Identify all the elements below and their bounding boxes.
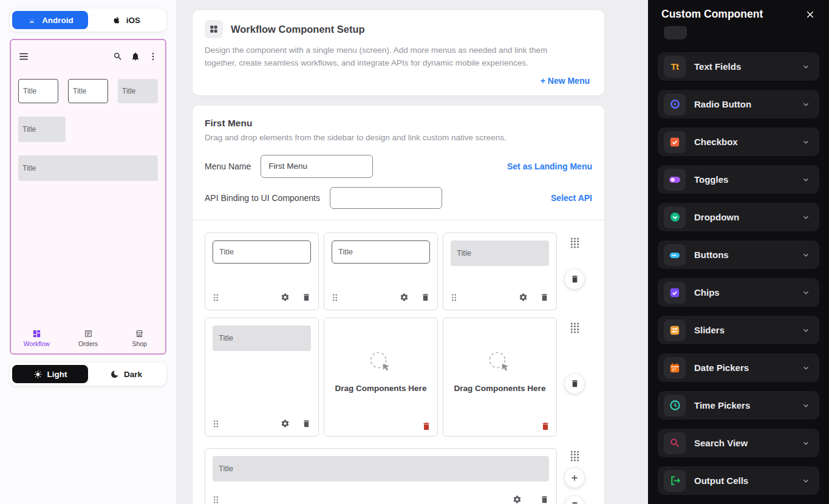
chevron-down-icon[interactable]	[801, 288, 811, 298]
setup-card: Workflow Component Setup Design the comp…	[193, 10, 604, 95]
chevron-down-icon[interactable]	[801, 137, 811, 147]
title-field[interactable]: Title	[213, 325, 311, 351]
preview-title-field: Title	[18, 79, 58, 103]
button-icon	[664, 244, 686, 266]
sidebar-item-text-fields[interactable]: Tt Text Fields	[658, 52, 819, 81]
sidebar-item-search-view[interactable]: Search View	[658, 429, 819, 457]
title-field[interactable]: Title	[213, 456, 549, 482]
set-landing-menu-button[interactable]: Set as Landing Menu	[507, 162, 592, 171]
settings-button[interactable]	[400, 293, 409, 302]
drag-handle-icon[interactable]	[451, 293, 457, 302]
delete-button[interactable]	[302, 293, 311, 302]
dark-theme-button[interactable]: Dark	[88, 365, 164, 383]
drop-zone[interactable]: Drag Components Here	[443, 318, 557, 437]
chevron-down-icon[interactable]	[801, 363, 811, 373]
row-drag-handle-icon[interactable]	[570, 449, 580, 462]
bell-icon[interactable]	[131, 52, 140, 61]
delete-button[interactable]	[540, 293, 549, 302]
chevron-down-icon[interactable]	[801, 476, 811, 486]
settings-button[interactable]	[513, 495, 522, 504]
drag-handle-icon[interactable]	[213, 495, 219, 504]
theme-toggle: Light Dark	[10, 363, 166, 386]
row-drag-handle-icon[interactable]	[570, 321, 580, 334]
delete-button[interactable]	[540, 495, 549, 504]
trash-icon	[540, 293, 549, 302]
android-toggle-button[interactable]: Android	[12, 11, 88, 29]
title-field[interactable]: Title	[451, 240, 549, 266]
sidebar-item-sliders[interactable]: Sliders	[658, 316, 819, 344]
android-label: Android	[42, 16, 73, 25]
delete-button[interactable]	[421, 293, 430, 302]
chevron-down-icon[interactable]	[801, 438, 811, 448]
sidebar-item-checkbox[interactable]: Checkbox	[658, 128, 819, 156]
gear-icon	[513, 495, 522, 504]
plus-icon	[570, 473, 579, 483]
search-icon[interactable]	[113, 52, 123, 61]
sidebar-title: Custom Component	[661, 8, 763, 21]
drag-handle-icon[interactable]	[332, 293, 338, 302]
workflow-grid-icon	[32, 329, 41, 338]
menu-card: First Menu Drag and drop elements from t…	[193, 106, 604, 504]
shop-storefront-icon	[135, 329, 144, 338]
menu-name-input[interactable]	[261, 155, 373, 178]
settings-button[interactable]	[281, 419, 290, 428]
drop-zone[interactable]: Drag Components Here	[324, 318, 438, 437]
calendar-icon	[664, 357, 686, 379]
sidebar-item-radio-button[interactable]: Radio Button	[658, 90, 819, 118]
moon-icon	[110, 370, 119, 379]
sidebar-item-chips[interactable]: Chips	[658, 278, 819, 307]
row-delete-button[interactable]	[565, 496, 584, 504]
sidebar-item-dropdown[interactable]: Dropdown	[658, 203, 819, 231]
custom-component-sidebar: Custom Component Tt Text Fields Radio Bu…	[648, 0, 829, 504]
sidebar-item-buttons[interactable]: Buttons	[658, 240, 819, 269]
title-field[interactable]: Title	[213, 240, 311, 264]
trash-icon	[570, 274, 579, 284]
light-theme-button[interactable]: Light	[12, 365, 88, 383]
row-delete-button[interactable]	[565, 374, 584, 393]
close-icon[interactable]	[805, 9, 816, 20]
chevron-down-icon[interactable]	[801, 175, 811, 185]
sidebar-item-toggles[interactable]: Toggles	[658, 165, 819, 194]
drag-handle-icon[interactable]	[213, 419, 219, 429]
chevron-down-icon[interactable]	[801, 401, 811, 410]
row-drag-handle-icon[interactable]	[570, 236, 580, 249]
workflow-builder-main: Workflow Component Setup Design the comp…	[176, 0, 648, 504]
gear-icon	[281, 293, 290, 302]
api-binding-input[interactable]	[330, 187, 442, 209]
chevron-down-icon[interactable]	[801, 100, 811, 109]
scrolled-item-fragment	[664, 26, 687, 39]
sidebar-item-time-pickers[interactable]: Time Pickers	[658, 391, 819, 420]
nav-item-orders[interactable]: Orders	[63, 329, 114, 347]
delete-drop-zone-button[interactable]	[541, 421, 550, 431]
component-card: Title	[205, 318, 319, 437]
ios-toggle-button[interactable]: iOS	[88, 11, 164, 29]
new-menu-button[interactable]: + New Menu	[541, 76, 590, 86]
title-field[interactable]: Title	[332, 240, 430, 264]
trash-icon	[302, 293, 311, 302]
select-api-button[interactable]: Select API	[551, 193, 592, 203]
nav-item-workflow[interactable]: Workflow	[11, 329, 63, 347]
row-delete-button[interactable]	[565, 270, 584, 289]
chevron-down-icon[interactable]	[801, 325, 811, 335]
chevron-down-icon[interactable]	[801, 62, 811, 72]
sidebar-item-date-pickers[interactable]: Date Pickers	[658, 353, 819, 382]
drag-handle-icon[interactable]	[213, 293, 219, 302]
row-controls	[557, 233, 592, 310]
chevron-down-icon[interactable]	[801, 250, 811, 260]
preview-title-field: Title	[118, 79, 158, 103]
settings-button[interactable]	[281, 293, 290, 302]
delete-drop-zone-button[interactable]	[421, 421, 431, 431]
preview-panel: Android iOS Title Title Title Title Titl…	[0, 0, 176, 504]
chevron-down-icon[interactable]	[801, 213, 811, 222]
nav-item-shop[interactable]: Shop	[114, 329, 165, 347]
add-row-button[interactable]	[565, 468, 584, 488]
nav-label: Shop	[132, 340, 147, 347]
text-fields-icon: Tt	[664, 56, 686, 78]
sidebar-item-output-cells[interactable]: Output Cells	[658, 466, 819, 495]
slider-icon	[664, 319, 686, 341]
delete-button[interactable]	[302, 419, 311, 428]
settings-button[interactable]	[519, 293, 528, 302]
kebab-menu-icon[interactable]	[148, 52, 158, 61]
hamburger-menu-icon[interactable]	[18, 51, 29, 62]
canvas-builder: Title Title	[205, 220, 592, 504]
